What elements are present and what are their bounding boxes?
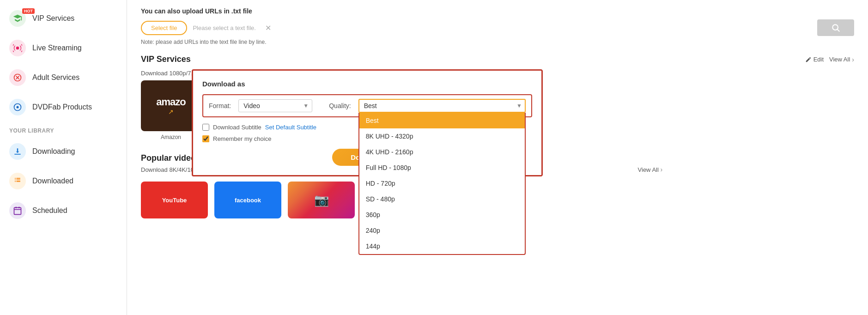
sidebar-item-adult-label: Adult Services	[32, 73, 79, 82]
sidebar: VIP Services HOT Live Streaming Adult Se…	[0, 0, 127, 315]
quality-option-144[interactable]: 144p	[359, 238, 525, 254]
edit-button[interactable]: Edit	[805, 56, 824, 63]
panel-title: Download as	[202, 80, 532, 88]
quality-select[interactable]: Best 8K UHD - 4320p 4K UHD - 2160p Full …	[358, 99, 526, 113]
sidebar-item-vip-label: VIP Services	[32, 14, 74, 23]
vip-section-title: VIP Services	[141, 55, 191, 64]
svg-point-10	[832, 24, 838, 30]
quality-option-1080[interactable]: Full HD - 1080p	[359, 160, 525, 176]
hot-badge: HOT	[22, 8, 35, 14]
close-upload-icon[interactable]: ✕	[265, 24, 271, 32]
quality-option-best[interactable]: Best	[359, 113, 525, 128]
sidebar-item-vip-services[interactable]: VIP Services HOT	[0, 4, 127, 33]
subtitle-checkbox[interactable]	[202, 124, 209, 131]
sidebar-item-dvdfab[interactable]: DVDFab Products	[0, 92, 127, 122]
format-quality-row: Format: Video Audio ▼ Quality: Best 8K U…	[202, 94, 532, 117]
library-section-label: YOUR LIBRARY	[0, 122, 127, 137]
downloaded-icon	[9, 173, 26, 189]
quality-label: Quality:	[329, 102, 351, 109]
view-all-button[interactable]: View All ›	[829, 56, 854, 63]
format-select[interactable]: Video Audio	[238, 99, 312, 112]
download-as-panel: Download as Format: Video Audio ▼ Qualit…	[192, 69, 543, 176]
sidebar-item-live-streaming[interactable]: Live Streaming	[0, 33, 127, 63]
live-streaming-icon	[9, 40, 26, 56]
vip-section-actions: Edit View All ›	[805, 56, 854, 63]
svg-point-5	[17, 106, 19, 109]
upload-note: Note: please add URLs into the text file…	[141, 39, 854, 45]
svg-rect-6	[14, 207, 21, 214]
format-select-wrapper: Video Audio ▼	[238, 99, 312, 112]
vip-section-header: VIP Services Edit View All ›	[127, 51, 868, 68]
sidebar-item-downloading-label: Downloading	[32, 147, 75, 156]
dvdfab-icon	[9, 99, 26, 115]
select-file-button[interactable]: Select file	[141, 21, 187, 35]
upload-title: You can also upload URLs in .txt file	[141, 7, 854, 15]
adult-services-icon	[9, 69, 26, 86]
chevron-right-icon: ›	[852, 56, 854, 63]
popular-chevron-icon: ›	[660, 166, 662, 173]
popular-view-all[interactable]: View All ›	[638, 166, 663, 173]
quality-select-wrapper: Best 8K UHD - 4320p 4K UHD - 2160p Full …	[358, 99, 526, 113]
search-box[interactable]	[817, 19, 854, 36]
file-placeholder: Please select a text file.	[193, 24, 256, 31]
sidebar-item-dvdfab-label: DVDFab Products	[32, 103, 92, 111]
search-area	[817, 19, 854, 36]
sidebar-item-scheduled-label: Scheduled	[32, 206, 67, 215]
sidebar-item-scheduled[interactable]: Scheduled	[0, 196, 127, 225]
quality-option-4k[interactable]: 4K UHD - 2160p	[359, 144, 525, 160]
format-label: Format:	[209, 102, 231, 109]
edit-label: Edit	[813, 56, 824, 63]
sidebar-item-adult-services[interactable]: Adult Services	[0, 63, 127, 92]
sidebar-item-downloaded-label: Downloaded	[32, 177, 73, 185]
svg-point-0	[16, 47, 19, 50]
upload-row: Select file Please select a text file. ✕	[141, 19, 854, 36]
youtube-thumb[interactable]: YouTube	[141, 182, 208, 218]
sidebar-item-live-label: Live Streaming	[32, 44, 82, 52]
quality-option-8k[interactable]: 8K UHD - 4320p	[359, 128, 525, 144]
quality-option-720[interactable]: HD - 720p	[359, 176, 525, 191]
set-default-subtitle-link[interactable]: Set Default Subtitle	[265, 124, 316, 131]
sidebar-item-downloaded[interactable]: Downloaded	[0, 166, 127, 196]
instagram-thumb[interactable]: 📷	[288, 182, 355, 218]
quality-option-480[interactable]: SD - 480p	[359, 191, 525, 207]
view-all-label: View All	[829, 56, 850, 63]
svg-line-11	[838, 30, 840, 32]
downloading-icon	[9, 143, 26, 160]
subtitle-label: Download Subtitle	[213, 124, 261, 131]
facebook-thumb[interactable]: facebook	[214, 182, 281, 218]
quality-option-360[interactable]: 360p	[359, 207, 525, 223]
quality-dropdown: Best 8K UHD - 4320p 4K UHD - 2160p Full …	[358, 113, 526, 255]
remember-label: Remember my choice	[213, 135, 271, 142]
quality-option-240[interactable]: 240p	[359, 223, 525, 238]
main-content: You can also upload URLs in .txt file Se…	[127, 0, 868, 315]
sidebar-item-downloading[interactable]: Downloading	[0, 137, 127, 166]
scheduled-icon	[9, 202, 26, 219]
remember-checkbox[interactable]	[202, 135, 209, 142]
url-upload-section: You can also upload URLs in .txt file Se…	[127, 0, 868, 51]
